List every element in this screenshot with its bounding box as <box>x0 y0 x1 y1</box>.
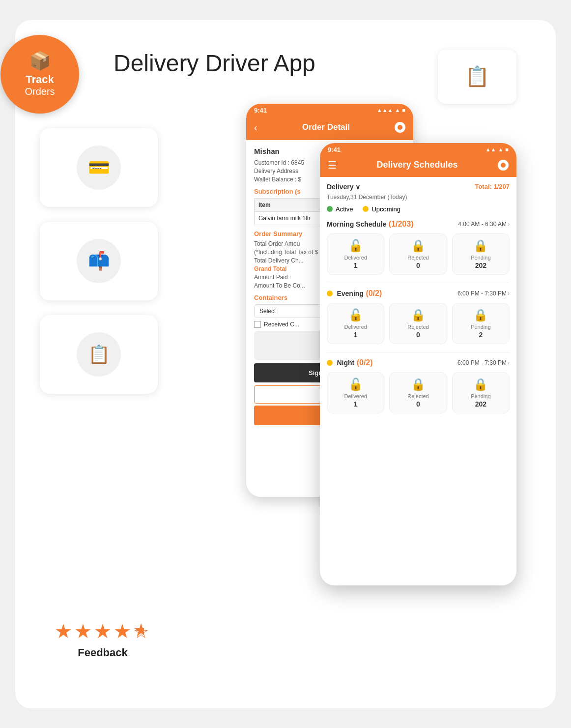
evening-pending-label: Pending <box>457 324 505 330</box>
night-pending-card: 🔒 Pending 202 <box>452 372 510 413</box>
evening-rejected-icon: 🔒 <box>394 308 442 322</box>
package-icon: 📦 <box>29 51 51 71</box>
wallet-icon: 💳 <box>88 157 110 178</box>
evening-chevron: › <box>508 290 510 297</box>
evening-pending-value: 2 <box>457 331 505 339</box>
evening-delivered-icon: 🔓 <box>331 308 380 322</box>
customer-name: Mishan <box>254 147 280 155</box>
divider-2 <box>327 352 510 352</box>
night-pending-value: 202 <box>457 400 505 408</box>
received-label: Received C... <box>264 321 299 328</box>
status-time: 9:41 <box>254 107 267 114</box>
morning-schedule-header: Morning Schedule (1/203) 4:00 AM - 6:30 … <box>327 220 510 229</box>
upcoming-legend-item: Upcoming <box>363 205 400 213</box>
night-rejected-card: 🔒 Rejected 0 <box>389 372 447 413</box>
evening-schedule-section: Evening (0/2) 6:00 PM - 7:30 PM › 🔓 Deli… <box>327 289 510 344</box>
total-value: 1/207 <box>493 183 510 190</box>
night-rejected-label: Rejected <box>394 393 442 399</box>
night-pending-icon: 🔒 <box>457 378 505 391</box>
ds-title: Delivery Schedules <box>376 160 457 170</box>
morning-time-range[interactable]: 4:00 AM - 6:30 AM › <box>458 221 510 228</box>
night-schedule-header: Night (0/2) 6:00 PM - 7:30 PM › <box>327 358 510 367</box>
badge-subtitle: Orders <box>25 86 55 97</box>
night-rejected-value: 0 <box>394 400 442 408</box>
evening-rejected-value: 0 <box>394 331 442 339</box>
back-button[interactable]: ‹ <box>254 122 257 133</box>
filter-label: Delivery <box>327 183 353 191</box>
orders-feature-card[interactable]: 📋 <box>40 315 158 394</box>
morning-schedule-count: (1/203) <box>389 220 414 228</box>
upcoming-label: Upcoming <box>371 205 400 213</box>
delivered-icon: 🔓 <box>331 239 380 253</box>
filter-row: Delivery ∨ Total: 1/207 <box>327 183 510 191</box>
night-name-count: Night (0/2) <box>327 358 373 367</box>
total-label: Total: <box>475 183 491 190</box>
night-schedule-count: (0/2) <box>357 358 373 367</box>
order-detail-status-bar: 9:41 ▲▲▲ ▲ ■ <box>246 104 413 117</box>
total-count: Total: 1/207 <box>475 183 510 190</box>
main-container: 📦 Track Orders Delivery Driver App 📋 💳 📫… <box>15 20 556 708</box>
track-badge: 📦 Track Orders <box>0 35 79 114</box>
phones-container: 9:41 ▲▲▲ ▲ ■ ‹ Order Detail Mishan View … <box>246 94 541 635</box>
delivered-value: 1 <box>331 262 380 269</box>
ds-status-icons: ▲▲ ▲ ■ <box>485 146 509 152</box>
orders-icon: 📋 <box>88 344 110 365</box>
rejected-value: 0 <box>394 262 442 269</box>
ds-content: Delivery ∨ Total: 1/207 Tuesday,31 Decem… <box>320 177 516 427</box>
order-detail-header: ‹ Order Detail <box>246 117 413 140</box>
evening-schedule-count: (0/2) <box>366 289 382 297</box>
night-rejected-icon: 🔒 <box>394 378 442 391</box>
night-delivered-card: 🔓 Delivered 1 <box>327 372 384 413</box>
evening-stats: 🔓 Delivered 1 🔒 Rejected 0 🔒 Pending <box>327 303 510 344</box>
delivery-icon-circle: 📫 <box>77 239 121 283</box>
morning-chevron: › <box>508 221 510 228</box>
morning-delivered-card: 🔓 Delivered 1 <box>327 233 384 275</box>
header-dot <box>395 122 405 133</box>
pending-label: Pending <box>457 255 505 261</box>
delivery-filter-button[interactable]: Delivery ∨ <box>327 183 360 191</box>
order-detail-title: Order Detail <box>302 122 350 132</box>
morning-schedule-name: Morning Schedule <box>327 220 386 228</box>
rejected-label: Rejected <box>394 255 442 261</box>
evening-name-count: Evening (0/2) <box>327 289 382 298</box>
divider-1 <box>327 283 510 283</box>
received-checkbox[interactable] <box>254 321 261 328</box>
evening-delivered-value: 1 <box>331 331 380 339</box>
schedule-date: Tuesday,31 December (Today) <box>327 194 510 201</box>
night-schedule-section: Night (0/2) 6:00 PM - 7:30 PM › 🔓 Delive… <box>327 358 510 413</box>
upcoming-dot <box>363 206 369 212</box>
active-dot <box>327 206 333 212</box>
ds-dot <box>498 160 509 171</box>
active-legend-item: Active <box>327 205 353 213</box>
night-time-range[interactable]: 6:00 PM - 7:30 PM › <box>457 359 510 366</box>
night-delivered-label: Delivered <box>331 393 380 399</box>
night-delivered-icon: 🔓 <box>331 378 380 391</box>
pending-icon: 🔒 <box>457 239 505 253</box>
evening-delivered-card: 🔓 Delivered 1 <box>327 303 384 344</box>
delivery-feature-card[interactable]: 📫 <box>40 222 158 300</box>
delivered-label: Delivered <box>331 255 380 261</box>
legend: Active Upcoming <box>327 205 510 213</box>
evening-status-dot <box>327 291 333 296</box>
evening-rejected-card: 🔒 Rejected 0 <box>389 303 447 344</box>
night-status-dot <box>327 360 333 366</box>
status-icons: ▲▲▲ ▲ ■ <box>377 107 405 113</box>
evening-rejected-label: Rejected <box>394 324 442 330</box>
evening-pending-icon: 🔒 <box>457 308 505 322</box>
evening-schedule-header: Evening (0/2) 6:00 PM - 7:30 PM › <box>327 289 510 298</box>
badge-title: Track <box>26 73 54 86</box>
select-placeholder: Select <box>259 308 276 315</box>
morning-schedule-section: Morning Schedule (1/203) 4:00 AM - 6:30 … <box>327 220 510 275</box>
delivery-icon: 📫 <box>88 251 110 271</box>
menu-icon[interactable]: ☰ <box>328 159 337 171</box>
morning-stats: 🔓 Delivered 1 🔒 Rejected 0 🔒 Pending <box>327 233 510 275</box>
morning-rejected-card: 🔒 Rejected 0 <box>389 233 447 275</box>
filter-chevron-icon: ∨ <box>355 183 360 191</box>
evening-time-range[interactable]: 6:00 PM - 7:30 PM › <box>457 290 510 297</box>
feedback-section: ★★★★☆★ Feedback <box>55 620 151 659</box>
night-stats: 🔓 Delivered 1 🔒 Rejected 0 🔒 Pending <box>327 372 510 413</box>
feedback-label: Feedback <box>55 646 151 659</box>
wallet-feature-card[interactable]: 💳 <box>40 128 158 207</box>
night-delivered-value: 1 <box>331 400 380 408</box>
rejected-icon: 🔒 <box>394 239 442 253</box>
